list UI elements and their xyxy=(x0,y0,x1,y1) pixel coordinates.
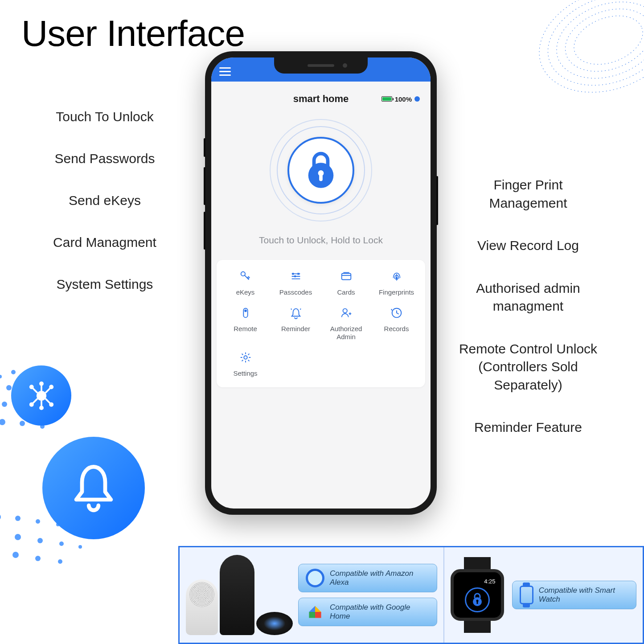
svg-point-18 xyxy=(0,419,5,425)
compat-smartwatch: Compatible with Smart Watch xyxy=(512,581,636,609)
svg-point-37 xyxy=(36,390,46,400)
svg-point-42 xyxy=(29,402,33,406)
grid-records[interactable]: Records xyxy=(371,306,422,341)
grid-label: Records xyxy=(384,325,409,333)
google-home-icon xyxy=(306,603,324,621)
svg-point-4 xyxy=(567,7,644,74)
svg-point-52 xyxy=(245,310,246,312)
grid-cards[interactable]: Cards xyxy=(321,270,371,296)
menu-icon[interactable] xyxy=(219,67,231,76)
fingerprint-icon xyxy=(390,270,403,283)
watch-lock-icon xyxy=(465,587,490,612)
svg-point-45 xyxy=(318,170,324,176)
battery-status: 100% xyxy=(381,95,420,103)
battery-percent: 100% xyxy=(395,95,412,103)
svg-point-53 xyxy=(343,309,347,313)
compat-label: Compatible with Smart Watch xyxy=(539,586,629,604)
svg-point-30 xyxy=(59,541,64,546)
network-badge-icon xyxy=(11,365,71,426)
feature-touch-unlock: Touch To Unlock xyxy=(45,109,165,124)
phone-notch xyxy=(274,57,368,74)
svg-point-6 xyxy=(11,370,16,374)
svg-point-38 xyxy=(39,381,44,386)
svg-point-36 xyxy=(58,559,62,564)
svg-point-24 xyxy=(36,519,40,524)
svg-point-49 xyxy=(294,276,295,277)
grid-label: Remote xyxy=(234,325,257,333)
svg-point-39 xyxy=(39,406,44,410)
feature-remote-unlock: Remote Control Unlock (Controllers Sold … xyxy=(457,340,599,394)
feature-grid: eKeys Passcodes Cards Fingerprints xyxy=(217,260,425,387)
smartwatch-mockup: 4:25 xyxy=(451,557,504,633)
grid-label: eKeys xyxy=(236,288,255,296)
grid-label: Settings xyxy=(233,369,257,377)
smartwatch-icon xyxy=(520,586,533,604)
svg-point-34 xyxy=(12,552,19,558)
svg-point-44 xyxy=(308,163,334,188)
remote-icon xyxy=(239,306,252,320)
grid-reminder[interactable]: Reminder xyxy=(271,306,321,341)
lock-button[interactable] xyxy=(270,119,372,222)
bluetooth-dot-icon xyxy=(414,96,420,102)
svg-rect-46 xyxy=(319,174,323,181)
svg-point-41 xyxy=(49,385,53,389)
compatibility-banner: Compatible with Amazon Alexa Compatible … xyxy=(178,546,644,644)
page-title: User Interface xyxy=(21,12,245,54)
grid-label: Fingerprints xyxy=(379,288,414,296)
bell-badge-icon xyxy=(42,437,145,539)
svg-point-28 xyxy=(15,534,21,540)
svg-point-55 xyxy=(244,356,247,359)
svg-point-40 xyxy=(29,385,33,389)
phone-mockup: smart home 100% Touch to Unlock, Hold xyxy=(205,51,437,515)
grid-fingerprints[interactable]: Fingerprints xyxy=(371,270,422,296)
admin-icon xyxy=(340,306,353,320)
app-title: smart home xyxy=(293,93,349,105)
svg-point-22 xyxy=(0,514,1,520)
grid-label: Reminder xyxy=(281,325,310,333)
reminder-icon xyxy=(289,306,303,320)
feature-reminder: Reminder Feature xyxy=(457,418,599,437)
svg-point-3 xyxy=(557,0,644,82)
alexa-icon xyxy=(306,569,324,587)
svg-point-31 xyxy=(78,545,82,549)
feature-card-management: Card Managment xyxy=(45,235,165,250)
compat-label: Compatible with Amazon Alexa xyxy=(330,569,430,587)
feature-record-log: View Record Log xyxy=(457,237,599,255)
watch-time: 4:25 xyxy=(484,578,495,585)
feature-send-ekeys: Send eKeys xyxy=(45,193,165,208)
compat-google-home: Compatible with Google Home xyxy=(298,598,437,626)
compat-label: Compatible with Google Home xyxy=(330,603,430,621)
grid-ekeys[interactable]: eKeys xyxy=(220,270,271,296)
grid-label: Passcodes xyxy=(279,288,312,296)
grid-label: Cards xyxy=(337,288,355,296)
feature-fingerprint-mgmt: Finger Print Management xyxy=(457,176,599,212)
svg-point-23 xyxy=(15,516,21,521)
svg-point-43 xyxy=(49,402,53,406)
passcodes-icon xyxy=(289,270,303,283)
feature-system-settings: System Settings xyxy=(45,277,165,292)
svg-point-35 xyxy=(35,556,41,561)
svg-rect-58 xyxy=(476,601,478,604)
grid-label: Authorized Admin xyxy=(321,325,371,341)
lock-hint-text: Touch to Unlock, Hold to Lock xyxy=(259,235,383,246)
grid-remote[interactable]: Remote xyxy=(220,306,271,341)
lock-icon xyxy=(303,150,339,190)
svg-point-1 xyxy=(535,0,644,101)
feature-send-passwords: Send Passwords xyxy=(45,151,165,166)
grid-authorized-admin[interactable]: Authorized Admin xyxy=(321,306,371,341)
svg-point-2 xyxy=(546,0,644,92)
records-icon xyxy=(390,306,403,320)
left-feature-list: Touch To Unlock Send Passwords Send eKey… xyxy=(45,109,165,319)
right-feature-list: Finger Print Management View Record Log … xyxy=(457,176,599,461)
feature-admin-mgmt: Authorised admin managment xyxy=(457,279,599,316)
svg-point-48 xyxy=(292,273,294,275)
compat-alexa: Compatible with Amazon Alexa xyxy=(298,564,437,592)
svg-point-9 xyxy=(6,385,12,390)
grid-passcodes[interactable]: Passcodes xyxy=(271,270,321,296)
battery-icon xyxy=(381,96,392,102)
decoration-dots-top-right xyxy=(528,0,644,116)
svg-rect-50 xyxy=(341,273,351,279)
smart-speaker-cluster xyxy=(186,555,293,635)
grid-settings[interactable]: Settings xyxy=(220,351,271,377)
svg-point-29 xyxy=(37,538,43,543)
